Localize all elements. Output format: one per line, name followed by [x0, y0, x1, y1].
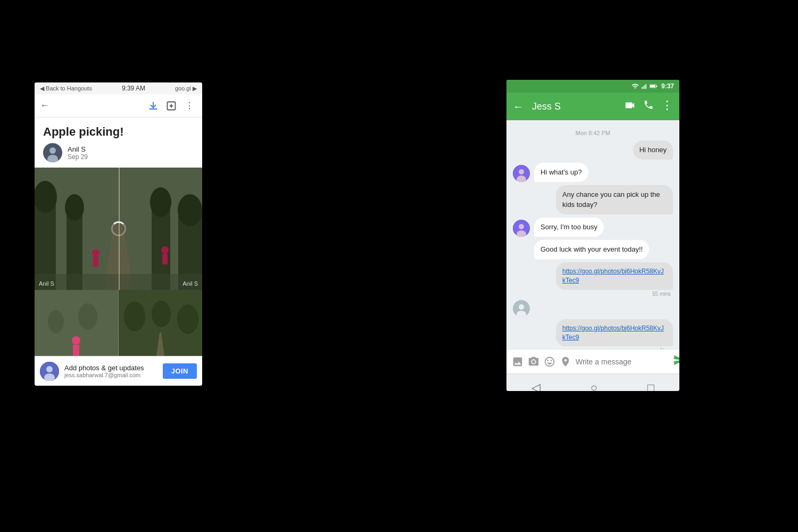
message-row: https://goo.gl/photos/bj6HokR58KvJkTec9 … — [513, 319, 673, 349]
wifi-icon — [631, 82, 639, 90]
svg-point-21 — [48, 310, 64, 334]
message-avatar — [513, 220, 530, 237]
album-author-name: Anil S — [68, 145, 88, 153]
svg-rect-38 — [644, 85, 645, 89]
message-row: Any chance you can pick up the kids toda… — [513, 185, 673, 214]
svg-point-47 — [519, 224, 524, 229]
message-row: Sorry, I'm too busy — [513, 218, 673, 237]
status-icons — [631, 82, 658, 90]
message-timestamp-2: Now — [660, 347, 673, 349]
camera-button[interactable] — [528, 356, 539, 368]
signal-icon — [641, 82, 647, 90]
right-header: ← Jess S ⋮ — [506, 93, 679, 120]
album-title: Apple picking! — [43, 125, 194, 139]
main-photo-label-left: Anil S — [39, 280, 54, 287]
recents-nav-button[interactable]: □ — [647, 381, 654, 392]
album-author-avatar — [43, 143, 62, 162]
svg-point-23 — [72, 336, 80, 345]
join-avatar — [40, 362, 59, 381]
right-phone: 9:37 ← Jess S ⋮ Mon 8:42 PM Hi honey — [506, 80, 679, 391]
svg-point-22 — [78, 303, 97, 330]
message-avatar-empty — [513, 242, 530, 259]
send-button[interactable] — [673, 354, 679, 369]
svg-rect-24 — [73, 345, 79, 356]
message-link-bubble[interactable]: https://goo.gl/photos/bj6HokR58KvJkTec9 — [556, 262, 673, 290]
left-toolbar: ← ⋮ — [35, 94, 202, 118]
album-header: Apple picking! Anil S Sep 29 — [35, 118, 202, 168]
message-timestamp: 55 mins — [652, 291, 673, 297]
sticker-button[interactable] — [544, 356, 555, 368]
right-status-bar: 9:37 — [506, 80, 679, 93]
message-bubble: Any chance you can pick up the kids toda… — [556, 185, 673, 214]
message-row: Hi honey — [513, 140, 673, 160]
location-button[interactable] — [560, 356, 571, 368]
back-button[interactable]: ← — [40, 100, 49, 111]
join-title: Add photos & get updates — [64, 364, 144, 372]
message-row: https://goo.gl/photos/bj6HokR58KvJkTec9 … — [513, 262, 673, 297]
image-picker-button[interactable] — [512, 356, 523, 368]
add-to-album-button[interactable] — [164, 98, 179, 113]
message-bubble: Hi honey — [633, 140, 673, 160]
back-to-hangouts-link[interactable]: ◀ Back to Hangouts — [40, 85, 92, 92]
date-stamp: Mon 8:42 PM — [513, 130, 673, 136]
home-nav-button[interactable]: ○ — [591, 381, 597, 392]
right-time: 9:37 — [661, 82, 674, 90]
svg-rect-37 — [643, 86, 644, 89]
contact-name: Jess S — [532, 101, 616, 112]
message-link-bubble-2[interactable]: https://goo.gl/photos/bj6HokR58KvJkTec9 — [556, 319, 673, 347]
message-bubble: Hi what's up? — [534, 163, 588, 182]
message-row: Good luck with your event today!! — [513, 240, 673, 259]
main-photo[interactable]: Anil S Anil S — [35, 168, 202, 290]
left-status-bar: ◀ Back to Hangouts 9:39 AM goo.gl ▶ — [35, 82, 202, 94]
url-display: goo.gl ▶ — [175, 85, 197, 92]
avatar-placeholder — [513, 300, 530, 317]
message-avatar — [513, 165, 530, 182]
svg-rect-36 — [642, 87, 643, 89]
message-input[interactable] — [576, 358, 669, 366]
svg-point-50 — [519, 304, 524, 310]
join-email: jess.sabharwal.7@gmail.com — [64, 372, 144, 378]
svg-rect-41 — [650, 85, 655, 87]
more-options-button[interactable]: ⋮ — [182, 98, 197, 113]
message-row: Hi what's up? — [513, 163, 673, 182]
battery-icon — [650, 83, 658, 89]
svg-point-27 — [152, 301, 171, 327]
left-time: 9:39 AM — [122, 85, 145, 92]
message-bubble: Good luck with your event today!! — [534, 240, 649, 259]
svg-point-34 — [46, 366, 53, 372]
svg-point-2 — [49, 147, 56, 154]
main-photo-label-right: Anil S — [182, 280, 198, 287]
svg-point-44 — [519, 169, 524, 174]
phone-call-button[interactable] — [643, 99, 654, 114]
album-date: Sep 29 — [68, 153, 88, 161]
loading-spinner — [111, 221, 126, 236]
join-bar: Add photos & get updates jess.sabharwal.… — [35, 356, 202, 386]
nav-bar: ◁ ○ □ — [506, 373, 679, 391]
join-button[interactable]: JOIN — [163, 363, 197, 379]
svg-rect-42 — [656, 86, 658, 87]
download-button[interactable] — [146, 98, 161, 113]
message-bubble: Sorry, I'm too busy — [534, 218, 604, 237]
back-nav-button[interactable]: ◁ — [531, 381, 541, 392]
svg-rect-39 — [645, 84, 646, 89]
svg-point-26 — [124, 302, 145, 331]
svg-point-28 — [177, 304, 198, 334]
back-arrow-button[interactable]: ← — [513, 101, 523, 113]
header-menu-button[interactable]: ⋮ — [661, 99, 673, 114]
messages-area: Mon 8:42 PM Hi honey Hi what's up? — [506, 120, 679, 349]
input-area — [506, 349, 679, 373]
video-call-button[interactable] — [624, 99, 636, 114]
left-phone: ◀ Back to Hangouts 9:39 AM goo.gl ▶ ← ⋮ … — [35, 82, 202, 386]
